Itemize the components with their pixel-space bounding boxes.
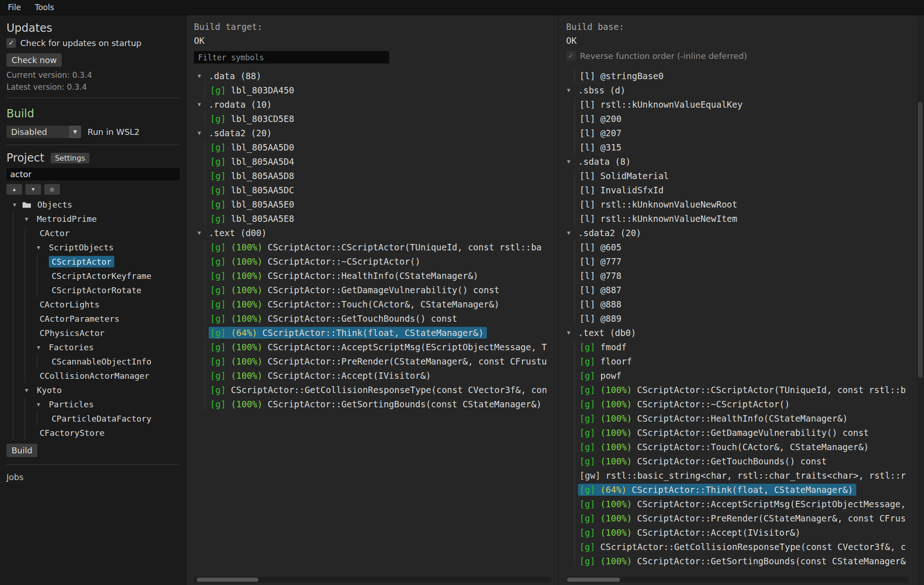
section-header[interactable]: ▼.sdata (8)	[559, 154, 917, 168]
window-vertical-scrollbar[interactable]	[917, 15, 924, 585]
symbol-entry[interactable]: [l]rstl::kUnknownValueNewRoot	[578, 198, 741, 210]
symbol-entry[interactable]: [g](100%)CScriptActor::PreRender(CStateM…	[578, 512, 909, 524]
symbol-row[interactable]: [g]fmodf	[574, 340, 917, 354]
symbol-row[interactable]: [g]powf	[574, 368, 917, 382]
target-horizontal-scrollbar[interactable]	[194, 577, 550, 583]
symbol-row[interactable]: [g]floorf	[574, 354, 917, 368]
symbol-entry[interactable]: [l]@stringBase0	[578, 70, 667, 82]
tree-expand-arrow-icon[interactable]: ▼	[37, 344, 46, 351]
base-horizontal-scrollbar[interactable]	[566, 577, 909, 583]
symbol-entry[interactable]: [g](100%)CScriptActor::Touch(CActor&, CS…	[209, 298, 503, 310]
symbol-row[interactable]: [l]@315	[574, 140, 917, 154]
symbol-row[interactable]: [g](100%)CScriptActor::~CScriptActor()	[205, 254, 558, 268]
symbol-entry[interactable]: [g]lbl_805AA5D4	[209, 156, 298, 168]
symbol-entry[interactable]: [g](100%)CScriptActor::GetSortingBounds(…	[209, 398, 545, 410]
symbol-entry[interactable]: [g](100%)CScriptActor::Accept(IVisitor&)	[578, 527, 804, 539]
symbol-row[interactable]: [g](100%)CScriptActor::Accept(IVisitor&)	[574, 525, 917, 539]
symbol-entry[interactable]: [l]@605	[578, 241, 625, 253]
symbol-row[interactable]: [g]lbl_805AA5D4	[205, 154, 558, 168]
scrollbar-thumb[interactable]	[197, 578, 258, 582]
symbol-entry[interactable]: [g]lbl_803CD5E8	[209, 113, 298, 125]
symbol-row[interactable]: [g](100%)CScriptActor::GetSortingBounds(…	[574, 554, 917, 568]
symbol-row[interactable]: [g](100%)CScriptActor::GetSortingBounds(…	[205, 397, 558, 411]
symbol-row[interactable]: [g]lbl_805AA5E0	[205, 197, 558, 211]
symbol-row[interactable]: [g](64%)CScriptActor::Think(float, CStat…	[574, 482, 917, 497]
updates-startup-checkbox[interactable]: ✓ Check for updates on startup	[6, 38, 180, 48]
symbol-row[interactable]: [l]@200	[574, 111, 917, 126]
section-header[interactable]: ▼.sdata2 (20)	[559, 226, 917, 240]
tree-expand-arrow-icon[interactable]: ▼	[25, 387, 34, 394]
scrollbar-thumb[interactable]	[918, 102, 923, 378]
symbol-row[interactable]: [l]rstl::kUnknownValueEqualKey	[574, 97, 917, 111]
symbol-entry[interactable]: [g]powf	[578, 370, 625, 382]
symbol-row[interactable]: [l]@605	[574, 240, 917, 254]
symbol-row[interactable]: [l]@778	[574, 268, 917, 283]
tree-item[interactable]: CScriptActor	[6, 255, 180, 269]
symbol-entry[interactable]: [g](100%)CScriptActor::GetDamageVulnerab…	[209, 284, 503, 296]
build-config-dropdown[interactable]: Disabled ▼	[6, 126, 81, 138]
symbol-row[interactable]: [g](100%)CScriptActor::HealthInfo(CState…	[205, 268, 558, 283]
symbol-row[interactable]: [g](64%)CScriptActor::Think(float, CStat…	[205, 325, 558, 340]
symbol-row[interactable]: [l]@889	[574, 311, 917, 325]
tree-item[interactable]: CFactoryStore	[6, 426, 180, 440]
tree-item[interactable]: ▼Particles	[6, 397, 180, 411]
tree-item[interactable]: CPhysicsActor	[6, 326, 180, 340]
symbol-row[interactable]: [g](100%)CScriptActor::PreRender(CStateM…	[205, 354, 558, 368]
symbol-entry[interactable]: [g]lbl_805AA5E8	[209, 213, 298, 225]
section-header[interactable]: ▼.rodata (10)	[187, 97, 558, 111]
symbol-row[interactable]: [l]@888	[574, 297, 917, 311]
symbol-row[interactable]: [gw]rstl::basic_string<char, rstl::char_…	[574, 468, 917, 482]
tree-item[interactable]: CActorLights	[6, 297, 180, 312]
symbol-entry[interactable]: [l]rstl::kUnknownValueEqualKey	[578, 98, 746, 110]
symbol-row[interactable]: [l]InvalidSfxId	[574, 183, 917, 197]
symbol-filter-input[interactable]	[194, 51, 389, 64]
tree-expand-arrow-icon[interactable]: ▼	[13, 202, 22, 208]
menu-item-file[interactable]: File	[8, 3, 21, 12]
symbol-entry[interactable]: [g](100%)CScriptActor::Touch(CActor&, CS…	[578, 441, 872, 453]
symbol-entry[interactable]: [l]@207	[578, 127, 625, 139]
symbol-row[interactable]: [g](100%)CScriptActor::~CScriptActor()	[574, 397, 917, 411]
symbol-entry[interactable]: [g](100%)CScriptActor::GetSortingBounds(…	[578, 555, 909, 567]
section-header[interactable]: ▼.sbss (d)	[559, 83, 917, 97]
symbol-entry[interactable]: [g]fmodf	[578, 341, 630, 353]
symbol-row[interactable]: [l]@stringBase0	[574, 69, 917, 83]
symbol-entry[interactable]: [l]@889	[578, 313, 625, 324]
symbol-entry[interactable]: [g](64%)CScriptActor::Think(float, CStat…	[578, 484, 856, 496]
scrollbar-thumb[interactable]	[567, 578, 620, 582]
symbol-entry[interactable]: [l]@887	[578, 284, 625, 296]
section-header[interactable]: ▼.data (88)	[187, 69, 558, 83]
symbol-row[interactable]: [g](100%)CScriptActor::GetDamageVulnerab…	[205, 283, 558, 297]
symbol-row[interactable]: [g](100%)CScriptActor::GetTouchBounds() …	[205, 311, 558, 325]
symbol-row[interactable]: [g](100%)CScriptActor::GetDamageVulnerab…	[574, 425, 917, 440]
symbol-row[interactable]: [l]SolidMaterial	[574, 168, 917, 183]
tree-expand-arrow-icon[interactable]: ▼	[25, 216, 34, 222]
tree-item[interactable]: CActorParameters	[6, 312, 180, 326]
reverse-function-order-checkbox[interactable]: ✓ Reverse function order (-inline deferr…	[566, 51, 909, 61]
symbol-entry[interactable]: [g](100%)CScriptActor::PreRender(CStateM…	[209, 355, 550, 367]
symbol-row[interactable]: [g]CScriptActor::GetCollisionResponseTyp…	[574, 539, 917, 554]
section-header[interactable]: ▼.text (db0)	[559, 325, 917, 340]
symbol-entry[interactable]: [g]lbl_805AA5D8	[209, 170, 298, 182]
symbol-entry[interactable]: [l]@888	[578, 298, 625, 310]
symbol-row[interactable]: [l]@207	[574, 126, 917, 140]
symbol-entry[interactable]: [g](100%)CScriptActor::CScriptActor(TUni…	[578, 384, 909, 396]
symbol-entry[interactable]: [g]lbl_805AA5E0	[209, 198, 298, 210]
symbol-row[interactable]: [g](100%)CScriptActor::Touch(CActor&, CS…	[574, 440, 917, 454]
symbol-entry[interactable]: [g](100%)CScriptActor::HealthInfo(CState…	[209, 270, 482, 282]
symbol-row[interactable]: [g](100%)CScriptActor::AcceptScriptMsg(E…	[574, 497, 917, 511]
symbol-row[interactable]: [g]lbl_803CD5E8	[205, 111, 558, 126]
symbol-entry[interactable]: [g]lbl_803DA450	[209, 84, 298, 96]
symbol-entry[interactable]: [g](100%)CScriptActor::AcceptScriptMsg(E…	[578, 498, 914, 510]
symbol-entry[interactable]: [l]@778	[578, 270, 625, 282]
symbol-entry[interactable]: [g]lbl_805AA5D0	[209, 141, 298, 153]
symbol-entry[interactable]: [gw]rstl::basic_string<char, rstl::char_…	[578, 469, 909, 481]
symbol-entry[interactable]: [g](100%)CScriptActor::GetDamageVulnerab…	[578, 427, 872, 439]
symbol-entry[interactable]: [l]InvalidSfxId	[578, 184, 667, 196]
symbol-row[interactable]: [g]lbl_805AA5E8	[205, 211, 558, 226]
symbol-entry[interactable]: [l]@200	[578, 113, 625, 125]
symbol-row[interactable]: [g](100%)CScriptActor::Touch(CActor&, CS…	[205, 297, 558, 311]
project-settings-button[interactable]: Settings	[51, 153, 89, 163]
symbol-entry[interactable]: [l]rstl::kUnknownValueNewItem	[578, 213, 741, 225]
symbol-entry[interactable]: [g]lbl_805AA5DC	[209, 184, 298, 196]
tree-item[interactable]: CScriptActorKeyframe	[6, 269, 180, 283]
